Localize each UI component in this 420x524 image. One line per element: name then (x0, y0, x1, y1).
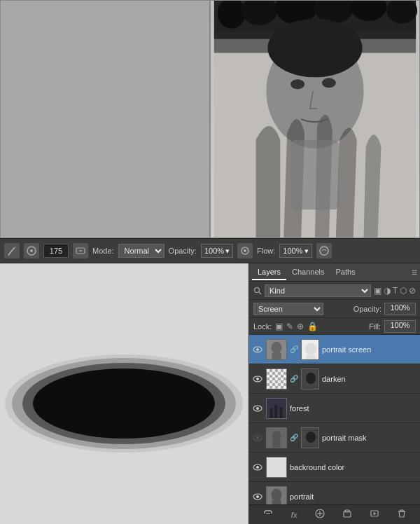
svg-point-54 (305, 343, 316, 355)
filter-smart-icon[interactable]: ⊘ (409, 286, 416, 296)
filter-shape-icon[interactable]: ⬡ (400, 286, 407, 296)
svg-point-39 (244, 249, 246, 252)
filter-type-icon[interactable]: T (393, 286, 398, 296)
layer-item-portrait-screen[interactable]: 🔗 portrait screen (249, 335, 420, 364)
layer-item-portrait[interactable]: portrait (249, 482, 420, 504)
layers-panel: Layers Channels Paths ≡ Kind ▣ ◑ T (248, 263, 420, 524)
fill-value[interactable]: 100% (384, 320, 416, 333)
layer-thumb-forest (266, 398, 287, 419)
layers-footer: fx (249, 504, 420, 524)
airbrush-icon[interactable] (237, 243, 253, 258)
svg-point-74 (256, 466, 259, 469)
layers-tabs-row: Layers Channels Paths ≡ (249, 263, 420, 282)
layers-list: 🔗 portrait screen 🔗 darken (249, 335, 420, 504)
tab-paths[interactable]: Paths (330, 265, 361, 280)
svg-point-51 (272, 341, 282, 353)
svg-point-67 (256, 436, 259, 439)
svg-rect-55 (306, 355, 316, 360)
filter-kind-select[interactable]: Kind (265, 284, 371, 297)
lock-position-icon[interactable]: ⊕ (297, 322, 304, 331)
add-mask-icon[interactable] (315, 509, 325, 520)
flow-value-box[interactable]: 100% ▾ (279, 244, 312, 258)
layer-item-portrait-mask[interactable]: 🔗 portrait mask (249, 423, 420, 453)
svg-rect-80 (272, 499, 281, 504)
svg-point-49 (256, 348, 259, 351)
filter-pixel-icon[interactable]: ▣ (374, 286, 382, 296)
layer-name-portrait-mask: portrait mask (322, 434, 417, 442)
lock-transparency-icon[interactable]: ▣ (275, 322, 283, 331)
layers-menu-icon[interactable]: ≡ (412, 267, 417, 278)
smoothing-icon[interactable] (316, 243, 332, 258)
fx-icon[interactable]: fx (291, 511, 298, 519)
svg-point-45 (5, 354, 243, 453)
layer-eye-portrait-screen[interactable] (252, 344, 263, 355)
toolbar: 175 Mode: Normal Opacity: 100% ▾ Flow: 1… (0, 238, 420, 263)
layer-eye-portrait[interactable] (252, 491, 263, 502)
layer-eye-darken[interactable] (252, 373, 263, 385)
layer-name-portrait: portrait (290, 492, 417, 501)
layers-mode-row: Screen Opacity: 100% (249, 300, 420, 318)
tab-layers[interactable]: Layers (252, 265, 286, 280)
opacity-arrow: ▾ (225, 247, 230, 256)
svg-point-36 (30, 249, 33, 252)
svg-point-40 (320, 247, 328, 255)
link-icon[interactable] (262, 509, 274, 520)
layer-mask-portrait-screen (301, 339, 319, 360)
svg-point-69 (272, 430, 281, 441)
mode-label: Mode: (92, 247, 114, 255)
svg-rect-70 (272, 440, 280, 447)
layer-name-forest: forest (290, 404, 417, 413)
layer-eye-portrait-mask[interactable] (252, 432, 263, 443)
brush-options-icon[interactable] (24, 243, 39, 258)
svg-point-32 (290, 79, 304, 89)
layer-thumb-portrait-mask (266, 427, 287, 448)
brush-size-box[interactable]: 175 (43, 244, 69, 258)
canvas-background (0, 263, 248, 524)
mode-select[interactable]: Normal (118, 244, 164, 258)
search-icon (253, 287, 262, 295)
layers-opacity-value[interactable]: 100% (384, 303, 416, 315)
svg-rect-75 (267, 457, 286, 477)
svg-rect-65 (280, 407, 283, 418)
lock-all-icon[interactable]: 🔒 (307, 322, 318, 331)
filter-adj-icon[interactable]: ◑ (384, 286, 391, 296)
layers-lock-row: Lock: ▣ ✎ ⊕ 🔒 Fill: 100% (249, 318, 420, 335)
svg-point-77 (256, 495, 259, 498)
flow-label: Flow: (257, 247, 275, 255)
pressure-icon[interactable] (73, 243, 88, 258)
left-image-panel (0, 0, 210, 238)
opacity-value: 100% (204, 247, 224, 255)
right-portrait (211, 1, 419, 237)
layer-item-darken[interactable]: 🔗 darken (249, 364, 420, 394)
delete-layer-icon[interactable] (397, 509, 407, 520)
layer-item-backround-color[interactable]: backround color (249, 453, 420, 482)
new-group-icon[interactable] (342, 509, 352, 520)
tab-channels[interactable]: Channels (286, 265, 330, 280)
fill-label: Fill: (369, 322, 381, 331)
layers-opacity-label: Opacity: (354, 305, 382, 313)
svg-rect-64 (274, 405, 277, 418)
layer-chain-darken: 🔗 (290, 375, 298, 382)
right-image-panel (210, 0, 420, 238)
opacity-label: Opacity: (169, 247, 197, 255)
lock-paint-icon[interactable]: ✎ (286, 322, 293, 331)
layer-item-forest[interactable]: forest (249, 394, 420, 423)
layer-name-backround-color: backround color (290, 463, 417, 471)
opacity-value-box[interactable]: 100% ▾ (201, 244, 233, 258)
blend-mode-select[interactable]: Screen (253, 303, 323, 315)
new-layer-icon[interactable] (370, 509, 379, 520)
layers-filter-row: Kind ▣ ◑ T ⬡ ⊘ (249, 282, 420, 300)
brush-tool-icon[interactable] (4, 243, 20, 258)
layer-name-portrait-screen: portrait screen (322, 345, 417, 354)
flow-value: 100% (283, 247, 302, 255)
layer-eye-forest[interactable] (252, 403, 263, 414)
layer-eye-backround-color[interactable] (252, 462, 263, 473)
lock-label: Lock: (253, 322, 272, 331)
right-portrait-svg (211, 1, 419, 237)
svg-point-61 (256, 407, 259, 410)
brush-size-value: 175 (50, 247, 62, 255)
svg-rect-34 (290, 140, 340, 209)
canvas-svg (0, 263, 248, 524)
canvas-area (0, 263, 248, 524)
flow-arrow: ▾ (304, 247, 309, 256)
